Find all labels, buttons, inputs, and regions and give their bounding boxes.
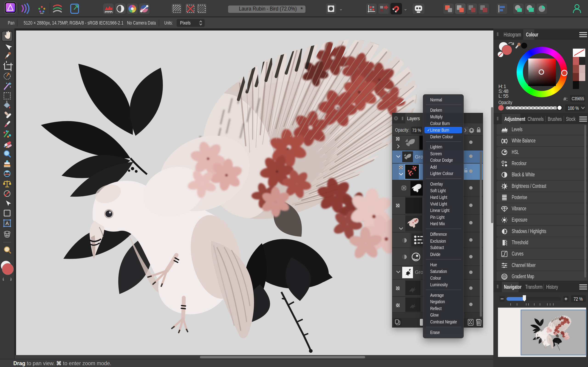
svg-text:72 %: 72 %	[573, 296, 583, 302]
svg-text:Opacity:: Opacity:	[395, 127, 409, 133]
svg-text:A: A	[6, 220, 9, 226]
svg-text:Gro: Gro	[415, 269, 423, 275]
svg-text:Layers: Layers	[407, 116, 420, 121]
svg-text:Gro: Gro	[415, 154, 423, 160]
svg-text:⌄: ⌄	[339, 6, 343, 11]
svg-text:73 %: 73 %	[412, 127, 421, 133]
svg-text:⌄: ⌄	[404, 6, 407, 11]
svg-text:Laura Rubin - Bird (72.0%): Laura Rubin - Bird (72.0%)	[239, 6, 297, 12]
svg-text:*: *	[300, 6, 303, 13]
svg-text:‖: ‖	[401, 116, 404, 121]
